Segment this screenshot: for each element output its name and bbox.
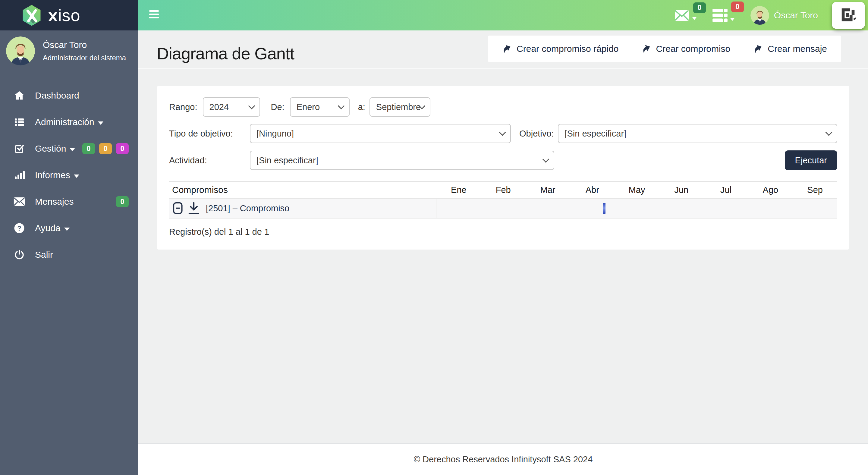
collapse-row-icon[interactable]	[173, 201, 184, 215]
actividad-select[interactable]: [Sin especificar]	[250, 151, 554, 170]
sidebar-item-mensajes[interactable]: Mensajes 0	[0, 188, 138, 215]
share-arrow-icon	[752, 42, 764, 55]
app-logo[interactable]: xiso	[0, 0, 138, 30]
month-header: Jul	[704, 185, 748, 195]
page-actions: Crear compromiso rápido Crear compromiso…	[488, 36, 841, 62]
chevron-down-icon	[74, 175, 79, 178]
bar-chart-icon	[13, 169, 25, 181]
download-icon[interactable]	[188, 202, 200, 215]
month-header: Ene	[436, 185, 481, 195]
filter-row-objetivo: Tipo de objetivo: [Ninguno] Objetivo: [S…	[169, 124, 837, 143]
gestion-badge-green: 0	[82, 143, 95, 154]
gestion-badge-orange: 0	[99, 143, 112, 154]
page-header: Diagrama de Gantt Crear compromiso rápid…	[138, 30, 868, 69]
chevron-down-icon	[64, 227, 70, 231]
gantt-bar[interactable]	[603, 203, 606, 214]
question-circle-icon: ?	[13, 222, 25, 234]
gantt-timeline	[436, 199, 837, 218]
user-role: Administrador del sistema	[43, 54, 126, 62]
compromiso-row-label[interactable]: [2501] – Compromiso	[206, 203, 289, 213]
page-title: Diagrama de Gantt	[157, 44, 294, 63]
crear-mensaje-button[interactable]: Crear mensaje	[753, 44, 827, 54]
user-avatar	[750, 6, 769, 25]
month-header: Jun	[659, 185, 704, 195]
gantt-table-header: Compromisos Ene Feb Mar Abr May Jun Jul …	[169, 181, 837, 199]
copyright-text: © Derechos Reservados Infinitysoft SAS 2…	[414, 454, 593, 465]
sidebar-item-salir[interactable]: Salir	[0, 242, 138, 268]
sidebar-user-panel: Óscar Toro Administrador del sistema	[0, 30, 138, 68]
check-square-icon	[13, 142, 25, 155]
sidebar-item-gestion[interactable]: Gestión 0 0 0	[0, 135, 138, 162]
mes-de-select[interactable]: Enero	[290, 97, 350, 117]
chevron-down-icon	[730, 18, 735, 21]
objetivo-select[interactable]: [Sin especificar]	[558, 124, 837, 143]
topbar: 0 0 Óscar Toro	[138, 0, 868, 30]
gantt-table: Compromisos Ene Feb Mar Abr May Jun Jul …	[169, 181, 837, 219]
gantt-filter-card: Rango: 2024 De: Enero a: Septiembre Tipo…	[157, 86, 849, 250]
objetivo-label: Objetivo:	[519, 129, 554, 139]
mes-a-select[interactable]: Septiembre	[370, 97, 430, 117]
topbar-messages-dropdown[interactable]: 0	[674, 10, 697, 21]
sidebar-item-administracion[interactable]: Administración	[0, 109, 138, 135]
share-arrow-icon	[501, 42, 513, 55]
rango-label: Rango:	[169, 102, 197, 112]
crear-compromiso-rapido-button[interactable]: Crear compromiso rápido	[502, 44, 618, 54]
month-header: Mar	[526, 185, 570, 195]
hamburger-menu-icon[interactable]	[149, 10, 159, 20]
share-arrow-icon	[640, 42, 653, 55]
topbar-tasks-dropdown[interactable]: 0	[712, 9, 735, 22]
crear-compromiso-button[interactable]: Crear compromiso	[642, 44, 731, 54]
chevron-down-icon	[70, 148, 75, 151]
chevron-down-icon	[692, 17, 697, 20]
sidebar-item-dashboard[interactable]: Dashboard	[0, 82, 138, 109]
month-header: Abr	[570, 185, 615, 195]
gestion-badge-magenta: 0	[116, 143, 129, 154]
brand-hexagon-icon	[22, 4, 41, 26]
a-label: a:	[358, 102, 365, 112]
user-name: Óscar Toro	[43, 40, 126, 50]
server-stack-icon	[712, 9, 727, 22]
compromisos-column-header: Compromisos	[169, 185, 436, 195]
records-summary: Registro(s) del 1 al 1 de 1	[169, 227, 837, 237]
month-headers: Ene Feb Mar Abr May Jun Jul Ago Sep	[436, 185, 837, 195]
topbar-user-menu[interactable]: Óscar Toro	[750, 6, 823, 25]
filter-row-rango: Rango: 2024 De: Enero a: Septiembre	[169, 97, 837, 117]
sidebar: xiso Óscar Toro Administrador del sistem…	[0, 0, 138, 475]
footer: © Derechos Reservados Infinitysoft SAS 2…	[138, 443, 868, 475]
month-header: May	[615, 185, 659, 195]
mensajes-badge: 0	[116, 196, 129, 207]
month-header: Feb	[481, 185, 526, 195]
ejecutar-button[interactable]: Ejecutar	[785, 150, 837, 170]
month-header: Ago	[748, 185, 793, 195]
browser-extension-button[interactable]	[832, 2, 865, 29]
list-icon	[13, 116, 25, 128]
table-row: [2501] – Compromiso	[169, 199, 837, 219]
topbar-user-name: Óscar Toro	[774, 10, 818, 21]
topbar-mail-badge: 0	[693, 2, 706, 13]
sidebar-item-ayuda[interactable]: ? Ayuda	[0, 215, 138, 242]
sidebar-item-informes[interactable]: Informes	[0, 162, 138, 188]
de-label: De:	[271, 102, 284, 112]
actividad-label: Actividad:	[169, 156, 250, 165]
extension-logo-icon	[839, 6, 858, 25]
sidebar-nav: Dashboard Administración Gestión	[0, 82, 138, 268]
tipo-objetivo-select[interactable]: [Ninguno]	[250, 124, 511, 143]
topbar-tasks-badge: 0	[731, 1, 744, 12]
tipo-objetivo-label: Tipo de objetivo:	[169, 129, 250, 139]
main-content: Diagrama de Gantt Crear compromiso rápid…	[138, 30, 868, 443]
power-icon	[13, 249, 25, 261]
rango-select[interactable]: 2024	[203, 97, 260, 117]
envelope-icon	[13, 196, 25, 208]
month-header: Sep	[793, 185, 837, 195]
user-avatar	[6, 36, 35, 65]
home-icon	[13, 90, 25, 102]
filter-row-actividad: Actividad: [Sin especificar] Ejecutar	[169, 150, 837, 170]
chevron-down-icon	[98, 122, 103, 125]
brand-text: xiso	[48, 5, 81, 25]
envelope-icon	[674, 10, 689, 21]
svg-text:?: ?	[17, 225, 22, 232]
